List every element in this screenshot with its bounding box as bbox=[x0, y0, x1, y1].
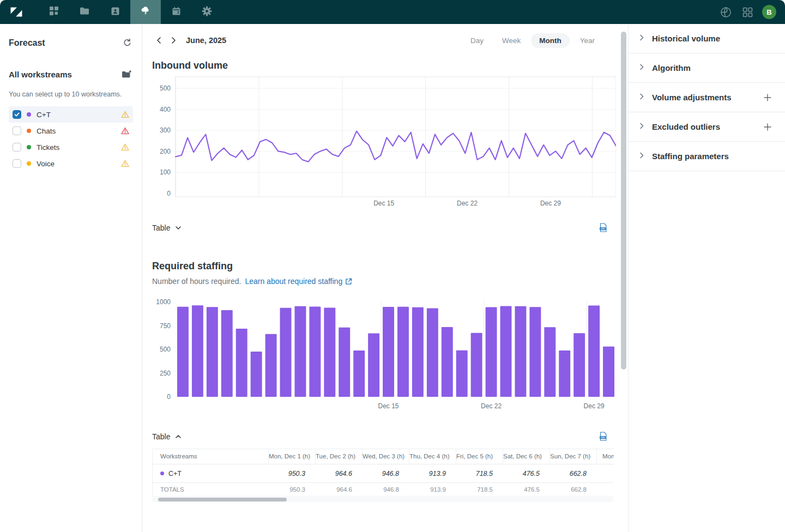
table-horizontal-scrollbar[interactable] bbox=[152, 497, 613, 502]
add-icon[interactable] bbox=[763, 93, 772, 102]
table-cell-value: 950.3 bbox=[268, 470, 315, 477]
chevron-right-icon bbox=[637, 63, 646, 74]
panel-section-volume-adjustments[interactable]: Volume adjustments bbox=[629, 83, 785, 112]
table-column-header: Tue, Dec 2 (h) bbox=[315, 449, 362, 464]
table-row: C+T950.3964.6946.8913.9718.5476.5662.8 bbox=[153, 464, 614, 483]
svg-text:500: 500 bbox=[160, 346, 171, 353]
all-workstreams-title: All workstreams bbox=[9, 70, 72, 79]
table-row-label-cell: C+T bbox=[153, 470, 268, 477]
learn-about-required-staffing-link[interactable]: Learn about required staffing bbox=[245, 277, 352, 286]
inbound-volume-line-chart[interactable]: 0100200300400500Dec 15Dec 22Dec 29 bbox=[152, 76, 616, 209]
svg-text:2: 2 bbox=[177, 10, 179, 14]
totals-cell-value: 946.8 bbox=[362, 486, 409, 493]
table-row-label: C+T bbox=[168, 470, 182, 477]
nav-tab-schedule[interactable]: 2 bbox=[161, 0, 191, 24]
date-navigation: June, 2025 DayWeekMonthYear bbox=[152, 29, 619, 52]
totals-cell-value: 913.9 bbox=[409, 486, 456, 493]
workstream-row-chats[interactable]: Chats bbox=[9, 123, 133, 139]
table-column-header: Fri, Dec 5 (h) bbox=[456, 449, 503, 464]
folder-icon bbox=[80, 7, 90, 17]
nav-tab-files[interactable] bbox=[69, 0, 100, 24]
nav-tab-forecast[interactable] bbox=[130, 0, 161, 24]
panel-section-algorithm[interactable]: Algorithm bbox=[629, 53, 785, 83]
workstream-color-dot bbox=[27, 129, 31, 133]
workstream-checkbox[interactable] bbox=[13, 126, 21, 135]
main-vertical-scrollbar[interactable] bbox=[619, 24, 628, 532]
user-avatar[interactable]: B bbox=[762, 5, 776, 19]
zendesk-logo-icon[interactable] bbox=[8, 4, 25, 20]
svg-text:Dec 22: Dec 22 bbox=[457, 200, 478, 207]
inbound-table-toggle-label: Table bbox=[152, 223, 170, 232]
svg-text:Dec 15: Dec 15 bbox=[378, 402, 399, 410]
svg-text:Dec 29: Dec 29 bbox=[540, 200, 561, 207]
nav-tab-dashboard[interactable] bbox=[39, 0, 69, 24]
add-icon[interactable] bbox=[763, 123, 772, 131]
svg-text:500: 500 bbox=[160, 84, 171, 92]
totals-cell-value: 662.8 bbox=[550, 486, 596, 493]
panel-section-label: Staffing parameters bbox=[652, 152, 729, 161]
totals-cell-value: 964.6 bbox=[315, 486, 362, 493]
contact-file-icon bbox=[111, 7, 120, 18]
panel-section-label: Volume adjustments bbox=[652, 93, 732, 102]
workstream-color-dot bbox=[160, 471, 164, 475]
workstream-checkbox[interactable] bbox=[13, 143, 21, 152]
workstream-label: Voice bbox=[37, 160, 55, 168]
chevron-right-icon bbox=[637, 122, 646, 132]
staffing-table-toggle[interactable]: Table bbox=[152, 432, 182, 441]
nav-tab-settings[interactable] bbox=[191, 0, 222, 24]
nav-tab-directory[interactable] bbox=[100, 0, 130, 24]
svg-text:CSV: CSV bbox=[601, 436, 605, 439]
external-link-icon bbox=[345, 278, 352, 285]
workstream-label: C+T bbox=[37, 111, 51, 119]
workstream-checkbox[interactable] bbox=[13, 110, 21, 119]
table-totals-row: TOTALS950.3964.6946.8913.9718.5476.5662.… bbox=[153, 483, 614, 497]
totals-cell-value: 476.5 bbox=[503, 486, 550, 493]
warning-icon bbox=[121, 160, 129, 167]
svg-text:400: 400 bbox=[160, 106, 171, 113]
workstream-row-voice[interactable]: Voice bbox=[9, 155, 133, 172]
range-option-year[interactable]: Year bbox=[572, 33, 603, 48]
workstream-row-tickets[interactable]: Tickets bbox=[9, 139, 133, 155]
table-column-header: Thu, Dec 4 (h) bbox=[409, 449, 456, 464]
svg-text:1000: 1000 bbox=[156, 299, 171, 306]
download-csv-icon[interactable]: CSV bbox=[598, 431, 608, 442]
workstream-checkbox[interactable] bbox=[13, 159, 21, 168]
table-column-header: Workstreams bbox=[153, 449, 268, 464]
previous-period-button[interactable] bbox=[152, 33, 166, 47]
panel-section-historical-volume[interactable]: Historical volume bbox=[629, 24, 785, 53]
staffing-table-toggle-label: Table bbox=[152, 432, 170, 441]
workstreams-sidebar: Forecast All workstreams You can bbox=[0, 24, 142, 532]
table-cell-value: 718.5 bbox=[456, 470, 503, 477]
top-nav: 2 B bbox=[0, 0, 785, 24]
workstream-row-c-t[interactable]: C+T bbox=[9, 106, 133, 123]
workstream-color-dot bbox=[27, 161, 31, 166]
scrollbar-thumb[interactable] bbox=[621, 32, 626, 370]
range-option-day[interactable]: Day bbox=[462, 33, 492, 48]
svg-text:300: 300 bbox=[160, 126, 171, 134]
next-period-button[interactable] bbox=[166, 33, 180, 47]
chevron-right-icon bbox=[637, 33, 646, 44]
table-column-header: Wed, Dec 3 (h) bbox=[362, 449, 409, 464]
required-staffing-subtitle: Number of hours required. bbox=[152, 277, 241, 286]
svg-text:0: 0 bbox=[167, 190, 171, 197]
table-column-header: Sun, Dec 7 (h) bbox=[550, 449, 596, 464]
refresh-icon[interactable] bbox=[122, 37, 133, 49]
required-staffing-bar-chart[interactable]: 02505007501000Dec 15Dec 22Dec 29 bbox=[152, 299, 616, 414]
totals-label: TOTALS bbox=[153, 486, 268, 493]
workstreams-hint: You can select up to 10 workstreams. bbox=[9, 90, 133, 98]
panel-section-excluded-outliers[interactable]: Excluded outliers bbox=[629, 112, 785, 142]
warning-icon bbox=[121, 111, 129, 118]
apps-grid-icon[interactable] bbox=[741, 6, 754, 19]
gear-icon bbox=[202, 6, 212, 19]
table-cell-value: 946.8 bbox=[362, 470, 409, 477]
nav-right: B bbox=[718, 5, 776, 20]
inbound-table-toggle[interactable]: Table bbox=[152, 223, 182, 232]
locale-globe-icon[interactable] bbox=[718, 5, 733, 20]
panel-section-staffing-parameters[interactable]: Staffing parameters bbox=[629, 142, 785, 171]
range-option-month[interactable]: Month bbox=[531, 33, 569, 48]
range-option-week[interactable]: Week bbox=[494, 33, 529, 48]
inbound-volume-title: Inbound volume bbox=[152, 60, 619, 71]
add-workstream-folder-icon[interactable] bbox=[120, 69, 133, 80]
download-csv-icon[interactable]: CSV bbox=[598, 222, 608, 233]
scrollbar-thumb[interactable] bbox=[158, 498, 287, 501]
